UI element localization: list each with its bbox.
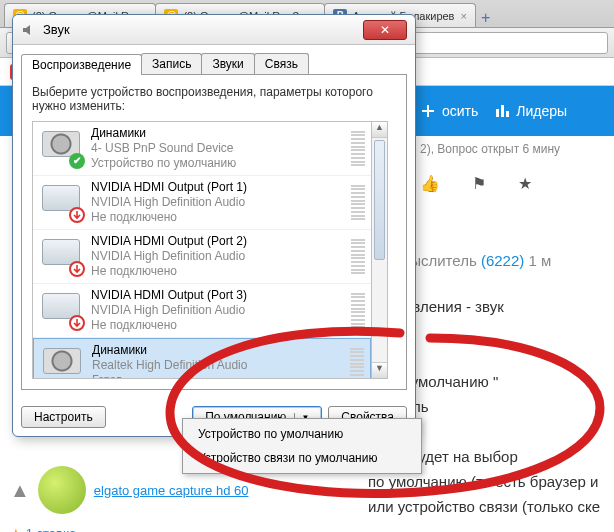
- monitor-icon: [39, 293, 83, 329]
- ask-label: осить: [442, 103, 478, 119]
- device-list[interactable]: ✔Динамики4- USB PnP Sound DeviceУстройст…: [32, 121, 372, 379]
- stavka-row[interactable]: ★ 1 ставка: [10, 526, 290, 532]
- device-driver: Realtek High Definition Audio: [92, 358, 247, 373]
- like-icon[interactable]: 👍: [420, 174, 440, 193]
- device-row[interactable]: NVIDIA HDMI Output (Port 3)NVIDIA High D…: [33, 284, 371, 338]
- device-row[interactable]: NVIDIA HDMI Output (Port 1)NVIDIA High D…: [33, 176, 371, 230]
- leaders-label: Лидеры: [516, 103, 567, 119]
- check-icon: ✔: [69, 153, 85, 169]
- arrow-down-icon: [69, 207, 85, 223]
- monitor-icon: [39, 239, 83, 275]
- device-name: Динамики: [91, 126, 236, 141]
- scroll-track[interactable]: [372, 262, 387, 362]
- device-name: NVIDIA HDMI Output (Port 1): [91, 180, 247, 195]
- menu-item-default-comm-device[interactable]: Устройство связи по умолчанию: [186, 446, 418, 470]
- avatar[interactable]: [38, 466, 86, 514]
- tab-sounds[interactable]: Звуки: [201, 53, 254, 74]
- device-name: Динамики: [92, 343, 247, 358]
- star-icon[interactable]: ★: [518, 174, 532, 193]
- device-status: Готов: [92, 373, 247, 379]
- svg-rect-1: [422, 110, 434, 112]
- answer-line: по умолчанию (то есть браузер и: [368, 471, 604, 492]
- device-driver: NVIDIA High Definition Audio: [91, 249, 247, 264]
- stavka-label: 1 ставка: [26, 526, 77, 532]
- menu-item-default-device[interactable]: Устройство по умолчанию: [186, 422, 418, 446]
- level-meter: [351, 131, 365, 167]
- sidebar-question-link[interactable]: elgato game capture hd 60: [94, 483, 249, 498]
- monitor-icon: [39, 185, 83, 221]
- flag-icon[interactable]: ⚑: [472, 174, 486, 193]
- speaker-icon: [40, 348, 84, 380]
- time-ago: 1 м: [528, 252, 551, 269]
- sidebar-question: ▲ elgato game capture hd 60 ★ 1 ставка: [10, 466, 290, 532]
- user-points[interactable]: (6222): [481, 252, 524, 269]
- level-meter: [351, 185, 365, 221]
- close-button[interactable]: ✕: [363, 20, 407, 40]
- sound-dialog: Звук ✕ Воспроизведение Запись Звуки Связ…: [12, 14, 416, 437]
- speaker-icon: ✔: [39, 131, 83, 167]
- dialog-titlebar[interactable]: Звук ✕: [13, 15, 415, 45]
- configure-button[interactable]: Настроить: [21, 406, 106, 428]
- device-driver: 4- USB PnP Sound Device: [91, 141, 236, 156]
- device-row[interactable]: NVIDIA HDMI Output (Port 2)NVIDIA High D…: [33, 230, 371, 284]
- device-status: Устройство по умолчанию: [91, 156, 236, 171]
- plus-icon: [420, 103, 436, 119]
- device-name: NVIDIA HDMI Output (Port 3): [91, 288, 247, 303]
- scrollbar[interactable]: ▲ ▼: [372, 121, 388, 379]
- new-tab-button[interactable]: +: [475, 9, 496, 27]
- vote-up-icon[interactable]: ▲: [10, 479, 30, 502]
- device-status: Не подключено: [91, 264, 247, 279]
- arrow-down-icon: [69, 261, 85, 277]
- tab-panel: Выберите устройство воспроизведения, пар…: [21, 74, 407, 390]
- dialog-title: Звук: [43, 22, 70, 37]
- leaders-button[interactable]: Лидеры: [494, 103, 567, 119]
- scroll-thumb[interactable]: [374, 140, 385, 260]
- ask-button[interactable]: осить: [420, 103, 478, 119]
- svg-rect-2: [496, 109, 499, 117]
- device-text: ДинамикиRealtek High Definition AudioГот…: [92, 343, 247, 379]
- svg-rect-3: [501, 105, 504, 117]
- scroll-up-button[interactable]: ▲: [372, 122, 387, 138]
- bars-icon: [494, 103, 510, 119]
- instruction-text: Выберите устройство воспроизведения, пар…: [32, 85, 396, 113]
- device-text: NVIDIA HDMI Output (Port 3)NVIDIA High D…: [91, 288, 247, 333]
- answer-line: или устройство связи (только ске: [368, 496, 604, 517]
- device-status: Не подключено: [91, 318, 247, 333]
- device-row[interactable]: ✔Динамики4- USB PnP Sound DeviceУстройст…: [33, 122, 371, 176]
- level-meter: [350, 348, 364, 380]
- level-meter: [351, 239, 365, 275]
- speaker-icon: [21, 22, 37, 38]
- tab-recording[interactable]: Запись: [141, 53, 202, 74]
- close-icon[interactable]: ×: [460, 10, 466, 22]
- device-text: NVIDIA HDMI Output (Port 2)NVIDIA High D…: [91, 234, 247, 279]
- dialog-tabstrip: Воспроизведение Запись Звуки Связь: [13, 45, 415, 74]
- svg-rect-4: [506, 111, 509, 117]
- device-driver: NVIDIA High Definition Audio: [91, 195, 247, 210]
- tab-communications[interactable]: Связь: [254, 53, 309, 74]
- tab-playback[interactable]: Воспроизведение: [21, 54, 142, 75]
- device-status: Не подключено: [91, 210, 247, 225]
- device-name: NVIDIA HDMI Output (Port 2): [91, 234, 247, 249]
- arrow-down-icon: [69, 315, 85, 331]
- star-icon: ★: [10, 526, 22, 532]
- default-dropdown-menu: Устройство по умолчанию Устройство связи…: [182, 418, 422, 474]
- level-meter: [351, 293, 365, 329]
- device-text: NVIDIA HDMI Output (Port 1)NVIDIA High D…: [91, 180, 247, 225]
- device-text: Динамики4- USB PnP Sound DeviceУстройств…: [91, 126, 236, 171]
- device-row[interactable]: ДинамикиRealtek High Definition AudioГот…: [33, 338, 371, 379]
- device-driver: NVIDIA High Definition Audio: [91, 303, 247, 318]
- scroll-down-button[interactable]: ▼: [372, 362, 387, 378]
